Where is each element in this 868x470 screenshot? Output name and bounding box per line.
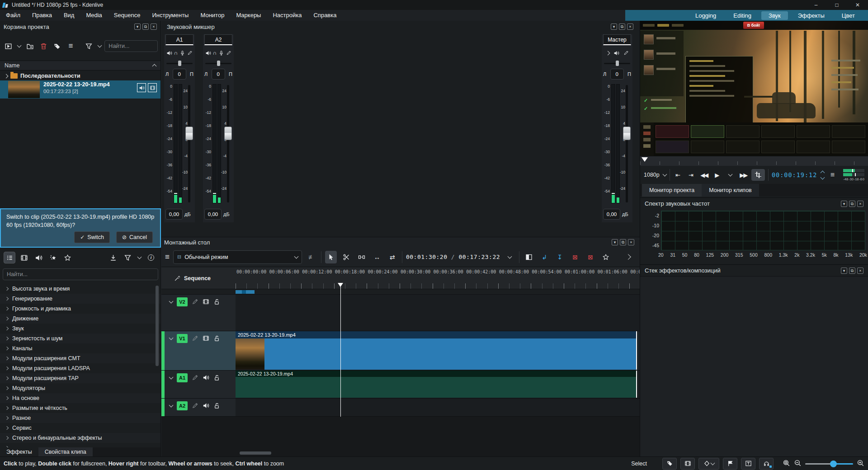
track-lane[interactable] <box>236 399 640 416</box>
timeline-playhead[interactable] <box>338 283 343 417</box>
audio-clip[interactable]: 2025-02-22 13-20-19.mp4 <box>236 371 636 398</box>
menu-item[interactable]: Настройка <box>267 10 307 21</box>
forward-button[interactable]: ▶▶ <box>738 169 748 181</box>
zone-out-button[interactable]: ⇥ <box>686 169 696 181</box>
channel-name[interactable]: A1 <box>165 34 193 45</box>
track-lane[interactable] <box>236 295 640 331</box>
download-effects-button[interactable] <box>107 252 119 263</box>
pin-icon[interactable]: ▾ <box>612 239 618 245</box>
play-dropdown[interactable] <box>725 169 735 181</box>
track-effects-icon[interactable] <box>192 335 198 342</box>
bin-view-menu-icon[interactable]: ≡ <box>65 40 77 52</box>
filter-dropdown[interactable] <box>96 40 103 52</box>
video-effects-filter-button[interactable] <box>18 252 30 263</box>
close-panel-icon[interactable]: × <box>857 268 863 274</box>
zoom-fit-button[interactable] <box>783 459 790 468</box>
effects-filter-icon[interactable] <box>122 252 133 263</box>
menu-item[interactable]: Монитор <box>194 10 230 21</box>
dock-tab[interactable]: Свойства клипа <box>38 447 93 456</box>
expand-chevron-icon[interactable] <box>5 337 9 340</box>
effects-scrollbar[interactable] <box>156 286 159 366</box>
show-effects-icon[interactable] <box>226 50 231 56</box>
menu-item[interactable]: Правка <box>26 10 58 21</box>
custom-effects-button[interactable] <box>47 252 59 263</box>
pan-value-box[interactable]: 0 <box>173 69 186 80</box>
volume-fader[interactable]: 241040-4-10-24 <box>620 83 631 204</box>
gain-value-box[interactable]: 0,00 <box>204 209 222 220</box>
audio-track-icon[interactable] <box>203 402 209 409</box>
sequences-folder-row[interactable]: Последовательности <box>0 71 160 80</box>
bin-column-header[interactable]: Name <box>0 61 160 70</box>
pin-icon[interactable]: ▾ <box>841 201 847 207</box>
video-clip[interactable]: 2025-02-22 13-20-19.mp4 <box>236 331 636 370</box>
video-track-icon[interactable] <box>203 335 209 342</box>
track-name-badge[interactable]: A2 <box>177 401 188 410</box>
workspace-tab[interactable]: Editing <box>726 11 759 20</box>
expand-chevron-icon[interactable] <box>5 317 9 320</box>
workspace-tab[interactable]: Эффекты <box>791 11 832 20</box>
add-clip-button[interactable] <box>3 40 14 52</box>
track-lane[interactable]: 2025-02-22 13-20-19.mp4 2025-02-22 13-20… <box>236 371 640 398</box>
expand-chevron-icon[interactable] <box>5 327 9 330</box>
razor-tool-button[interactable] <box>340 251 352 263</box>
audio-usage-icon[interactable] <box>137 83 146 92</box>
mute-icon[interactable] <box>613 50 619 56</box>
zone-in-button[interactable]: ⇤ <box>673 169 683 181</box>
pin-icon[interactable]: ▾ <box>611 24 617 30</box>
menu-item[interactable]: Вид <box>58 10 80 21</box>
close-panel-icon[interactable]: × <box>628 239 634 245</box>
fader-handle[interactable] <box>623 127 631 140</box>
effects-list-view-button[interactable] <box>4 252 15 263</box>
expand-chevron-icon[interactable] <box>5 297 9 301</box>
float-icon[interactable]: ⧉ <box>849 268 855 274</box>
create-folder-button[interactable] <box>24 40 36 52</box>
expand-chevron-icon[interactable] <box>5 347 9 350</box>
show-effects-icon[interactable] <box>623 50 629 56</box>
track-collapse-icon[interactable] <box>169 403 174 408</box>
timeline-zoom-slider[interactable] <box>805 461 853 467</box>
effect-category-row[interactable]: Высота звука и время <box>0 284 160 294</box>
titles-toggle-button[interactable] <box>741 458 755 470</box>
menu-item[interactable]: Sequence <box>108 10 146 21</box>
float-icon[interactable]: ⧉ <box>619 24 625 30</box>
expand-chevron-icon[interactable] <box>4 74 9 78</box>
track-name-badge[interactable]: A1 <box>177 373 188 382</box>
fader-handle[interactable] <box>185 127 193 140</box>
spacer-tool-button[interactable] <box>356 251 368 263</box>
favorite-effects-button[interactable] <box>61 252 73 263</box>
expand-chevron-icon[interactable] <box>5 416 9 420</box>
effect-category-row[interactable]: Движение <box>0 314 160 324</box>
expand-chevron-icon[interactable] <box>5 426 9 430</box>
volume-fader[interactable]: 241040-4-10-24 <box>221 83 232 204</box>
close-button[interactable]: ✕ <box>847 0 868 10</box>
timeline-ruler[interactable]: Sequence 00:00:00:0000:00:06:0000:00:12:… <box>161 268 640 289</box>
workspace-tab[interactable]: Звук <box>761 11 788 20</box>
track-collapse-icon[interactable] <box>169 375 174 380</box>
balance-slider[interactable] <box>165 61 193 66</box>
effects-info-button[interactable]: i <box>145 252 157 263</box>
solo-headphones-icon[interactable]: ∩ <box>174 50 178 56</box>
monitor-seek-bar[interactable] <box>640 156 868 166</box>
split-view-icon[interactable] <box>523 251 535 263</box>
effect-category-row[interactable]: Стерео и бинауральные эффекты <box>0 433 160 443</box>
balance-handle[interactable] <box>178 61 181 66</box>
zone-crop-button[interactable] <box>751 169 765 181</box>
float-icon[interactable]: ⧉ <box>142 24 149 30</box>
effect-category-row[interactable]: Модули расширения CMT <box>0 353 160 363</box>
float-icon[interactable]: ⧉ <box>849 201 855 207</box>
audio-track-icon[interactable] <box>203 374 209 381</box>
expand-chevron-icon[interactable] <box>5 406 9 410</box>
zoom-in-button[interactable] <box>857 459 864 468</box>
close-panel-icon[interactable]: × <box>857 201 863 207</box>
effect-category-row[interactable]: Разное <box>0 413 160 423</box>
track-effects-icon[interactable] <box>192 374 198 381</box>
balance-slider[interactable] <box>603 61 631 66</box>
tag-button[interactable] <box>52 40 63 52</box>
channel-name[interactable]: Мастер <box>603 34 631 45</box>
balance-slider[interactable] <box>204 61 232 66</box>
expand-chevron-icon[interactable] <box>5 307 9 310</box>
toolbar-expand-icon[interactable] <box>622 251 633 263</box>
lock-icon[interactable] <box>213 335 220 342</box>
zone-marker[interactable] <box>242 290 246 294</box>
expand-chevron-icon[interactable] <box>5 376 9 380</box>
